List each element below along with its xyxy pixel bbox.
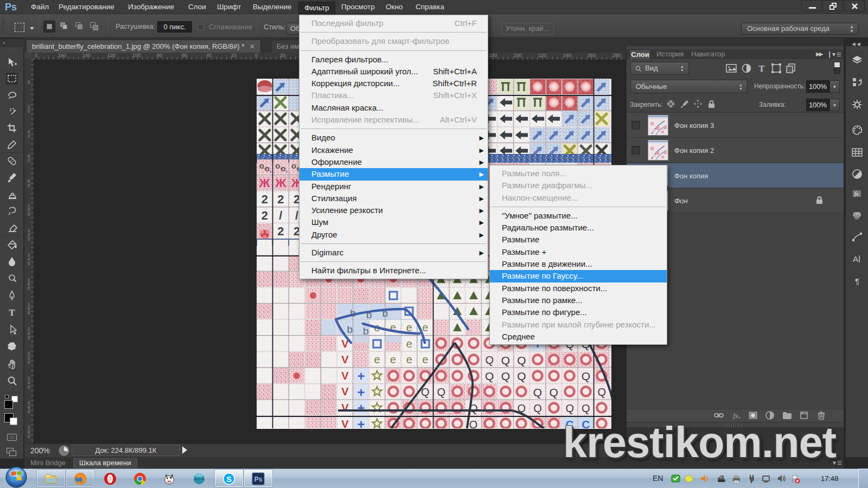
svg-text:T: T bbox=[9, 307, 15, 318]
svg-text:¶: ¶ bbox=[855, 277, 859, 286]
svg-text:fx: fx bbox=[854, 190, 859, 197]
svg-text:T: T bbox=[758, 63, 765, 74]
svg-text:A: A bbox=[853, 254, 858, 264]
svg-text:Ps: Ps bbox=[254, 476, 263, 483]
svg-text:S: S bbox=[226, 474, 232, 484]
